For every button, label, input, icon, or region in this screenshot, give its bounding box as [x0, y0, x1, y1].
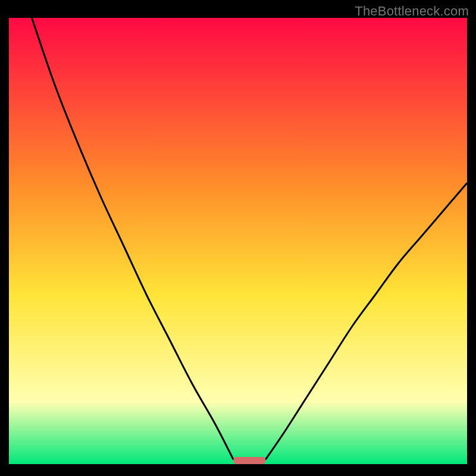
chart-container: TheBottleneck.com — [0, 0, 476, 476]
plot-area — [9, 18, 467, 464]
optimum-marker — [233, 457, 265, 464]
bottleneck-chart — [0, 0, 476, 476]
watermark-text: TheBottleneck.com — [355, 4, 469, 19]
